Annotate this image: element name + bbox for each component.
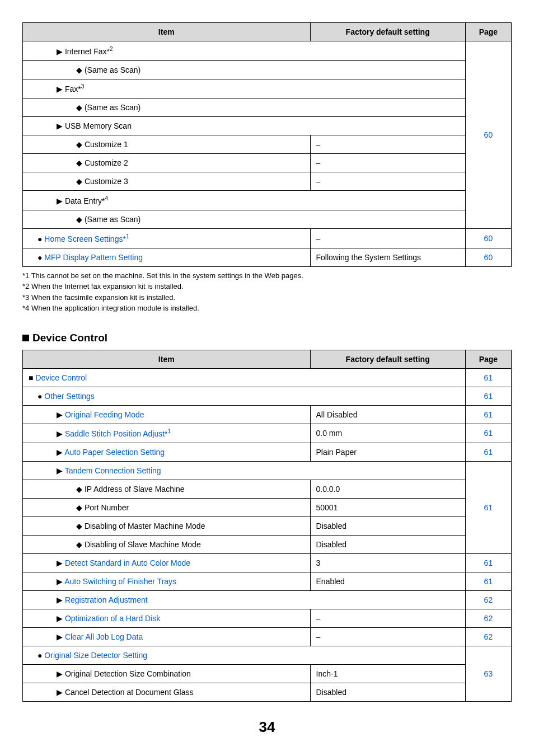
item-text[interactable]: Device Control bbox=[35, 373, 87, 382]
item-text[interactable]: Original Size Detector Setting bbox=[44, 651, 147, 660]
table-row: Data Entry*4 bbox=[23, 191, 466, 210]
th-default: Factory default setting bbox=[310, 23, 465, 41]
table-row: Customize 2 bbox=[23, 154, 311, 172]
table-row[interactable]: Original Feeding Mode bbox=[23, 405, 311, 424]
page-cell[interactable]: 60 bbox=[465, 248, 511, 266]
item-text: USB Memory Scan bbox=[65, 121, 132, 130]
th-page: Page bbox=[465, 350, 511, 368]
table-row[interactable]: Auto Paper Selection Setting bbox=[23, 443, 311, 462]
page-number: 34 bbox=[22, 719, 512, 736]
settings-table-1: Item Factory default setting Page Intern… bbox=[22, 22, 512, 267]
table-row[interactable]: Auto Switching of Finisher Trays bbox=[23, 572, 311, 591]
page-cell[interactable]: 63 bbox=[465, 646, 511, 702]
item-text: Disabling of Slave Machine Mode bbox=[85, 540, 201, 549]
default-cell: – bbox=[310, 135, 465, 154]
item-text: Customize 2 bbox=[85, 158, 128, 167]
page-cell[interactable]: 61 bbox=[465, 572, 511, 591]
page-cell[interactable]: 60 bbox=[465, 228, 511, 248]
page-cell[interactable]: 61 bbox=[465, 554, 511, 572]
page-cell[interactable]: 61 bbox=[465, 405, 511, 424]
page-cell[interactable]: 61 bbox=[465, 443, 511, 462]
default-cell: 0.0.0.0 bbox=[310, 480, 465, 499]
table-row: Port Number bbox=[23, 499, 311, 517]
default-cell: – bbox=[310, 609, 465, 628]
table-row: (Same as Scan) bbox=[23, 210, 466, 228]
table-row[interactable]: Saddle Stitch Position Adjust*1 bbox=[23, 424, 311, 443]
item-text: Customize 3 bbox=[85, 177, 128, 186]
item-text: IP Address of Slave Machine bbox=[85, 485, 185, 494]
item-text: Cancel Detection at Document Glass bbox=[65, 688, 194, 697]
table-row: Disabling of Slave Machine Mode bbox=[23, 536, 311, 554]
th-item: Item bbox=[23, 350, 311, 368]
item-text[interactable]: Saddle Stitch Position Adjust*1 bbox=[65, 429, 171, 438]
page-cell[interactable]: 61 bbox=[465, 424, 511, 443]
item-text: (Same as Scan) bbox=[85, 103, 140, 112]
table-row: Disabling of Master Machine Mode bbox=[23, 517, 311, 536]
table-row: Customize 3 bbox=[23, 172, 311, 191]
page-cell[interactable]: 62 bbox=[465, 591, 511, 609]
item-text: Port Number bbox=[85, 503, 129, 512]
table-row[interactable]: Home Screen Settings*1 bbox=[23, 228, 311, 248]
table-row[interactable]: Optimization of a Hard Disk bbox=[23, 609, 311, 628]
default-cell: Enabled bbox=[310, 572, 465, 591]
item-text[interactable]: Home Screen Settings*1 bbox=[44, 234, 129, 243]
table-row[interactable]: MFP Display Pattern Setting bbox=[23, 248, 311, 266]
item-text[interactable]: Other Settings bbox=[44, 392, 95, 401]
item-text[interactable]: MFP Display Pattern Setting bbox=[44, 253, 143, 262]
item-text: Customize 1 bbox=[85, 140, 128, 149]
item-text[interactable]: Detect Standard in Auto Color Mode bbox=[65, 558, 190, 567]
item-text[interactable]: Original Feeding Mode bbox=[65, 410, 144, 419]
table-row: Cancel Detection at Document Glass bbox=[23, 683, 311, 702]
page-cell[interactable]: 61 bbox=[465, 387, 511, 405]
page-cell[interactable]: 62 bbox=[465, 628, 511, 646]
default-cell: Disabled bbox=[310, 683, 465, 702]
item-text[interactable]: Tandem Connection Setting bbox=[65, 466, 161, 475]
table-row[interactable]: Clear All Job Log Data bbox=[23, 628, 311, 646]
default-cell: – bbox=[310, 172, 465, 191]
table-row[interactable]: Device Control bbox=[23, 368, 466, 387]
table-row[interactable]: Registration Adjustment bbox=[23, 591, 466, 609]
footnotes: *1 This cannot be set on the machine. Se… bbox=[22, 270, 512, 314]
item-text: Original Detection Size Combination bbox=[65, 669, 191, 678]
table-row: (Same as Scan) bbox=[23, 98, 466, 117]
page-cell[interactable]: 61 bbox=[465, 368, 511, 387]
item-text[interactable]: Auto Paper Selection Setting bbox=[64, 448, 165, 457]
table-row: Customize 1 bbox=[23, 135, 311, 154]
item-text: Disabling of Master Machine Mode bbox=[85, 522, 205, 530]
table-row: (Same as Scan) bbox=[23, 60, 466, 79]
default-cell: All Disabled bbox=[310, 405, 465, 424]
page-cell[interactable]: 60 bbox=[465, 41, 511, 229]
footnote: *1 This cannot be set on the machine. Se… bbox=[22, 270, 512, 281]
default-cell: – bbox=[310, 628, 465, 646]
table-row[interactable]: Other Settings bbox=[23, 387, 466, 405]
table-row: IP Address of Slave Machine bbox=[23, 480, 311, 499]
item-text: Internet Fax*2 bbox=[65, 47, 113, 56]
default-cell: – bbox=[310, 228, 465, 248]
square-icon bbox=[22, 335, 29, 341]
default-cell: – bbox=[310, 154, 465, 172]
footnote: *3 When the facsimile expansion kit is i… bbox=[22, 292, 512, 303]
table-row[interactable]: Detect Standard in Auto Color Mode bbox=[23, 554, 311, 572]
table-row[interactable]: Original Size Detector Setting bbox=[23, 646, 466, 665]
item-text[interactable]: Clear All Job Log Data bbox=[65, 632, 143, 641]
table-row: Fax*3 bbox=[23, 79, 466, 98]
default-cell: Disabled bbox=[310, 536, 465, 554]
table-row: USB Memory Scan bbox=[23, 117, 466, 135]
footnote: *2 When the Internet fax expansion kit i… bbox=[22, 281, 512, 292]
footnote: *4 When the application integration modu… bbox=[22, 303, 512, 314]
item-text[interactable]: Registration Adjustment bbox=[65, 595, 148, 604]
item-text[interactable]: Auto Switching of Finisher Trays bbox=[64, 577, 176, 586]
default-cell: Disabled bbox=[310, 517, 465, 536]
table-row[interactable]: Tandem Connection Setting bbox=[23, 462, 466, 480]
default-cell: Plain Paper bbox=[310, 443, 465, 462]
table-row: Original Detection Size Combination bbox=[23, 665, 311, 683]
th-page: Page bbox=[465, 23, 511, 41]
th-default: Factory default setting bbox=[310, 350, 465, 368]
item-text: (Same as Scan) bbox=[85, 215, 140, 224]
section-device-control: Device Control bbox=[22, 332, 512, 344]
settings-table-2: Item Factory default setting Page Device… bbox=[22, 350, 512, 702]
page-cell[interactable]: 61 bbox=[465, 462, 511, 554]
item-text[interactable]: Optimization of a Hard Disk bbox=[65, 614, 160, 623]
page-cell[interactable]: 62 bbox=[465, 609, 511, 628]
default-cell: Inch-1 bbox=[310, 665, 465, 683]
